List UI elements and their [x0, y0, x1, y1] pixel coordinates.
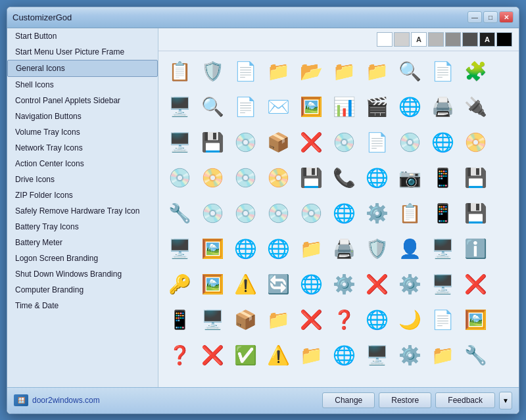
sidebar-item-computer-branding[interactable]: Computer Branding: [7, 282, 158, 298]
icon-cell[interactable]: 📱: [427, 198, 458, 229]
sidebar-item-battery-meter[interactable]: Battery Meter: [7, 235, 158, 250]
icon-cell[interactable]: ❌: [295, 127, 327, 158]
sidebar-item-network-tray-icons[interactable]: Network Tray Icons: [7, 140, 158, 156]
icon-cell[interactable]: ⚠️: [229, 269, 261, 300]
sidebar-item-control-panel-applets-sidebar[interactable]: Control Panel Applets Sidebar: [7, 93, 158, 108]
icon-cell[interactable]: 💿: [164, 162, 195, 194]
icon-cell[interactable]: 📱: [164, 304, 195, 336]
icon-cell[interactable]: 🌐: [262, 233, 294, 265]
sidebar-item-battery-tray-icons[interactable]: Battery Tray Icons: [7, 219, 158, 235]
sidebar-item-logon-screen-branding[interactable]: Logon Screen Branding: [7, 250, 158, 266]
icon-cell[interactable]: ⚙️: [361, 198, 393, 229]
swatch-black[interactable]: [496, 32, 512, 47]
icon-cell[interactable]: 🖨️: [328, 233, 360, 265]
icon-cell[interactable]: 💿: [328, 127, 360, 158]
icon-cell[interactable]: 📄: [229, 91, 261, 123]
icon-cell[interactable]: 🖼️: [295, 91, 327, 123]
icon-cell[interactable]: 🖼️: [197, 269, 228, 300]
icon-cell[interactable]: 🖥️: [427, 269, 458, 300]
icon-cell[interactable]: 📞: [328, 162, 360, 194]
icon-cell[interactable]: 🌐: [394, 91, 425, 123]
icon-cell[interactable]: 💾: [460, 162, 491, 194]
icon-cell[interactable]: ⚙️: [328, 269, 360, 300]
icon-cell[interactable]: 📊: [328, 91, 360, 123]
icon-cell[interactable]: 🖨️: [427, 91, 458, 123]
icon-cell[interactable]: 💿: [229, 127, 261, 158]
icon-cell[interactable]: 💾: [197, 127, 228, 158]
icon-cell[interactable]: 📂: [295, 56, 327, 87]
swatch-a-white[interactable]: A: [411, 32, 427, 47]
icon-cell[interactable]: ℹ️: [460, 233, 491, 265]
icon-cell[interactable]: 💿: [262, 198, 294, 229]
icon-cell[interactable]: 🔑: [164, 269, 195, 300]
icon-cell[interactable]: 💿: [394, 127, 425, 158]
icon-cell[interactable]: 🌐: [328, 198, 360, 229]
swatch-a-black[interactable]: A: [479, 32, 495, 47]
icon-cell[interactable]: ✉️: [262, 91, 294, 123]
icon-cell[interactable]: 📄: [427, 56, 458, 87]
icon-cell[interactable]: 📁: [295, 233, 327, 265]
icon-cell[interactable]: ❌: [295, 304, 327, 336]
sidebar-item-volume-tray-icons[interactable]: Volume Tray Icons: [7, 124, 158, 140]
restore-button[interactable]: Restore: [379, 392, 431, 408]
icon-cell[interactable]: 💾: [460, 198, 491, 229]
icon-cell[interactable]: 📀: [197, 162, 228, 194]
feedback-button[interactable]: Feedback: [435, 392, 495, 408]
icon-cell[interactable]: 💿: [197, 198, 228, 229]
sidebar-item-navigation-buttons[interactable]: Navigation Buttons: [7, 108, 158, 124]
icon-cell[interactable]: 🔄: [262, 269, 294, 300]
icon-cell[interactable]: 🌐: [427, 127, 458, 158]
icon-cell[interactable]: 📁: [328, 56, 360, 87]
swatch-gray2[interactable]: [445, 32, 461, 47]
icon-cell[interactable]: 🌐: [295, 269, 327, 300]
icon-cell[interactable]: 💿: [229, 198, 261, 229]
icon-cell[interactable]: 🧩: [460, 56, 491, 87]
icon-cell[interactable]: 🔍: [197, 91, 228, 123]
sidebar-item-start-menu-user-picture-frame[interactable]: Start Menu User Picture Frame: [7, 44, 158, 60]
sidebar-item-general-icons[interactable]: General Icons: [7, 60, 158, 77]
sidebar-item-zip-folder-icons[interactable]: ZIP Folder Icons: [7, 187, 158, 203]
icon-cell[interactable]: 🖼️: [197, 233, 228, 265]
icon-cell[interactable]: 📁: [295, 340, 327, 371]
icon-cell[interactable]: ❌: [460, 269, 491, 300]
icon-cell[interactable]: 🖥️: [164, 91, 195, 123]
change-button[interactable]: Change: [322, 392, 375, 408]
swatch-white[interactable]: [377, 32, 393, 47]
sidebar-item-start-button[interactable]: Start Button: [7, 28, 158, 44]
icon-cell[interactable]: 🖥️: [164, 127, 195, 158]
icon-cell[interactable]: ⚙️: [394, 340, 425, 371]
icon-cell[interactable]: 📄: [229, 56, 261, 87]
icon-cell[interactable]: 💿: [229, 162, 261, 194]
sidebar-item-drive-icons[interactable]: Drive Icons: [7, 172, 158, 187]
icon-cell[interactable]: 🎬: [361, 91, 393, 123]
maximize-button[interactable]: □: [483, 11, 498, 23]
sidebar-item-action-center-icons[interactable]: Action Center Icons: [7, 156, 158, 172]
icon-cell[interactable]: 🛡️: [197, 56, 228, 87]
icon-cell[interactable]: 📀: [262, 162, 294, 194]
icon-cell[interactable]: 🌐: [361, 162, 393, 194]
icon-cell[interactable]: 🌐: [361, 304, 393, 336]
icon-cell[interactable]: 💾: [295, 162, 327, 194]
sidebar-item-safely-remove-hardware-tray-icon[interactable]: Safely Remove Hardware Tray Icon: [7, 203, 158, 219]
icon-cell[interactable]: 💿: [295, 198, 327, 229]
swatch-darkgray[interactable]: [462, 32, 478, 47]
icon-cell[interactable]: 📁: [361, 56, 393, 87]
icon-cell[interactable]: 📀: [460, 127, 491, 158]
icon-cell[interactable]: 🖥️: [164, 233, 195, 265]
icon-cell[interactable]: 📋: [164, 56, 195, 87]
icon-cell[interactable]: 📷: [394, 162, 425, 194]
icon-cell[interactable]: 🖥️: [361, 340, 393, 371]
icon-cell[interactable]: ❓: [328, 304, 360, 336]
swatch-lightgray[interactable]: [394, 32, 410, 47]
icon-cell[interactable]: 🔍: [394, 56, 425, 87]
icon-cell[interactable]: 🔧: [460, 340, 491, 371]
icon-cell[interactable]: 📄: [361, 127, 393, 158]
icon-cell[interactable]: ❌: [361, 269, 393, 300]
icon-cell[interactable]: 🌐: [229, 233, 261, 265]
icon-cell[interactable]: 📁: [427, 340, 458, 371]
icon-cell[interactable]: 📁: [262, 304, 294, 336]
icon-cell[interactable]: 👤: [394, 233, 425, 265]
sidebar-item-time-date[interactable]: Time & Date: [7, 298, 158, 314]
icon-cell[interactable]: 🖼️: [460, 304, 491, 336]
sidebar-item-shut-down-windows-branding[interactable]: Shut Down Windows Branding: [7, 266, 158, 282]
